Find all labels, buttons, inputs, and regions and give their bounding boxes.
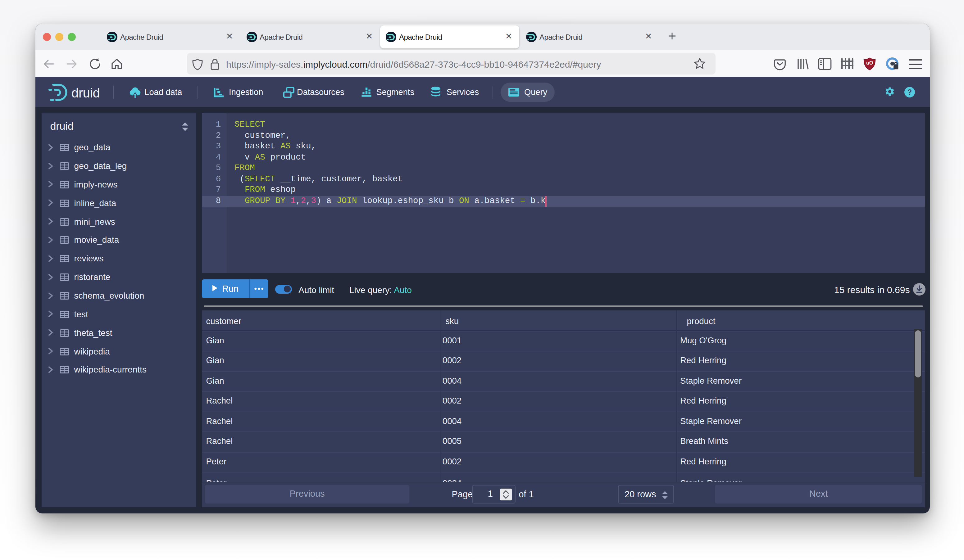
svg-text:uO: uO: [866, 60, 873, 65]
svg-text:?: ?: [907, 88, 912, 96]
